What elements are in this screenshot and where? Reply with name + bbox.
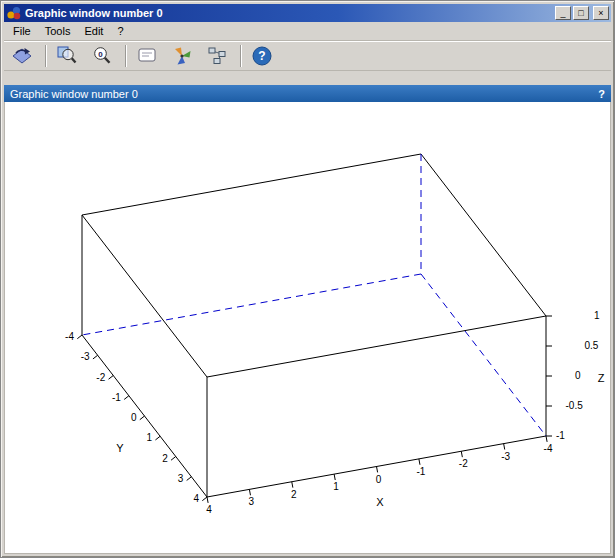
z-tick-label: -0.5 [566, 400, 584, 411]
dock-help-button[interactable]: ? [598, 88, 605, 100]
ged-icon [136, 45, 158, 67]
z-tick-label: 1 [594, 310, 600, 321]
zoom-out-icon: 0 [91, 45, 113, 67]
y-tick-label: -1 [112, 392, 121, 403]
figure-properties-button[interactable] [168, 43, 196, 69]
x-tick-label: -1 [416, 466, 425, 477]
y-tick [171, 457, 176, 461]
z-tick-label: 0.5 [585, 340, 599, 351]
y-tick [77, 335, 82, 339]
zoom-in-icon [56, 45, 78, 67]
y-tick-label: -3 [81, 351, 90, 362]
x-axis-label: X [376, 496, 384, 508]
box-edge [82, 154, 421, 215]
x-tick [419, 459, 420, 465]
y-tick [155, 436, 160, 440]
menubar: File Tools Edit ? [4, 22, 611, 41]
z-tick-label: 0 [575, 370, 581, 381]
x-tick [334, 474, 335, 480]
datatips-button[interactable] [203, 43, 231, 69]
y-tick [109, 376, 114, 380]
y-tick [202, 497, 207, 501]
menu-tools[interactable]: Tools [38, 23, 78, 39]
close-button[interactable]: × [593, 6, 609, 20]
hidden-edge [421, 274, 546, 436]
x-tick [461, 451, 462, 457]
x-tick-label: 4 [206, 504, 212, 515]
y-axis-label: Y [116, 442, 124, 454]
x-tick-label: -2 [459, 458, 468, 469]
toolbar-separator [45, 45, 47, 67]
menu-help[interactable]: ? [110, 23, 130, 39]
toolbar-separator [125, 45, 127, 67]
rotate-icon [11, 45, 33, 67]
dock-titlebar: Graphic window number 0 ? [4, 85, 611, 102]
x-tick-label: 2 [291, 489, 297, 500]
x-tick-label: 3 [249, 496, 255, 507]
y-tick-label: 3 [178, 473, 184, 484]
minimize-button[interactable]: _ [555, 6, 571, 20]
y-tick [93, 355, 98, 359]
x-tick [207, 497, 208, 503]
scilab-icon [6, 6, 22, 20]
x-tick [546, 436, 547, 442]
y-tick-label: -2 [96, 372, 105, 383]
plot-canvas[interactable]: -4-3-2-101234Y43210-1-2-3-4X-1-0.500.51Z [4, 102, 611, 554]
svg-text:0: 0 [98, 50, 103, 59]
x-tick-label: 0 [376, 474, 382, 485]
figure-properties-icon [171, 45, 193, 67]
z-axis-label: Z [598, 372, 605, 384]
box-edge [207, 316, 546, 377]
y-tick-label: 2 [162, 453, 168, 464]
x-tick [249, 489, 250, 495]
window-title: Graphic window number 0 [25, 7, 552, 19]
ged-button[interactable] [133, 43, 161, 69]
graphic-window: Graphic window number 0 _ □ × File Tools… [0, 0, 615, 558]
dock-gap [4, 71, 611, 85]
zoom-out-button[interactable]: 0 [88, 43, 116, 69]
hidden-edge [82, 274, 421, 335]
menu-file[interactable]: File [6, 23, 38, 39]
datatips-icon [206, 45, 228, 67]
zoom-in-button[interactable] [53, 43, 81, 69]
box-edge [82, 215, 207, 377]
y-tick-label: 4 [193, 493, 199, 504]
maximize-button[interactable]: □ [573, 6, 589, 20]
titlebar[interactable]: Graphic window number 0 _ □ × [4, 4, 611, 22]
rotate-button[interactable] [8, 43, 36, 69]
box-edge [421, 154, 546, 316]
y-tick-label: 0 [131, 412, 137, 423]
x-tick-label: 1 [333, 481, 339, 492]
x-tick [292, 482, 293, 488]
x-tick-label: -4 [544, 443, 553, 454]
x-tick [377, 467, 378, 473]
help-icon: ? [251, 45, 273, 67]
y-tick-label: -4 [65, 331, 74, 342]
x-tick-label: -3 [501, 451, 510, 462]
dock-title: Graphic window number 0 [10, 88, 138, 100]
z-tick-label: -1 [556, 430, 565, 441]
plot-svg: -4-3-2-101234Y43210-1-2-3-4X-1-0.500.51Z [5, 102, 611, 551]
help-button[interactable]: ? [248, 43, 276, 69]
x-tick [504, 444, 505, 450]
svg-text:?: ? [258, 49, 265, 63]
toolbar-separator [240, 45, 242, 67]
y-tick-label: 1 [147, 432, 153, 443]
toolbar: 0 [4, 41, 611, 71]
y-tick [124, 396, 129, 400]
menu-edit[interactable]: Edit [77, 23, 110, 39]
y-tick [187, 477, 192, 481]
window-controls: _ □ × [555, 6, 609, 20]
y-tick [140, 416, 145, 420]
